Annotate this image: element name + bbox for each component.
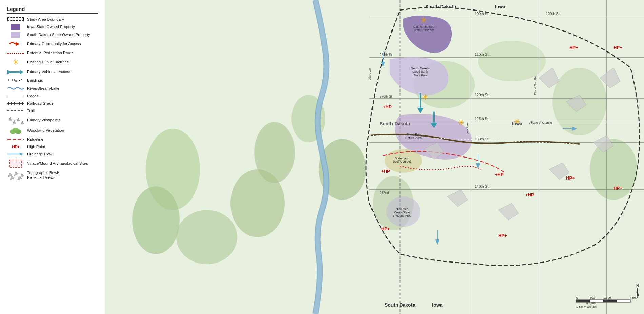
svg-text:Nine Mile: Nine Mile (396, 207, 408, 211)
legend-item-ped-route: Potential Pedestrian Route (7, 50, 98, 56)
svg-rect-6 (16, 80, 17, 82)
legend-panel: Legend Study Area Boundary Iowa State Ow… (0, 0, 105, 314)
buildings-symbol (7, 78, 24, 84)
legend-item-sd-property: South Dakota State Owned Property (7, 32, 98, 38)
svg-text:Blood Run: Blood Run (406, 133, 421, 136)
iowa-property-symbol (7, 24, 24, 30)
legend-item-woodland: Woodland Vegetation (7, 127, 98, 134)
svg-text:✳: ✳ (458, 118, 464, 127)
svg-text:110th St.: 110th St. (475, 52, 489, 56)
legend-item-river: River/Stream/Lake (7, 86, 98, 91)
svg-text:HP+: HP+ (569, 45, 578, 50)
svg-text:South Dakota: South Dakota (385, 302, 415, 308)
svg-text:130th St.: 130th St. (475, 137, 489, 141)
legend-item-topo: Topographic Bowl/Protected Views (7, 170, 98, 181)
svg-point-39 (230, 169, 285, 237)
study-boundary-label: Study Area Boundary (27, 17, 64, 22)
legend-item-drainage: Drainage Flow (7, 152, 98, 157)
legend-item-buildings: Buildings (7, 78, 98, 84)
svg-text:270th St.: 270th St. (380, 95, 393, 98)
woodland-symbol (7, 127, 24, 134)
railroad-label: Railroad Grade (27, 101, 54, 106)
svg-marker-31 (20, 174, 24, 178)
svg-text:Gitchie Manitou: Gitchie Manitou (413, 25, 435, 28)
svg-text:+HP: +HP (495, 172, 504, 177)
svg-text:Creek State: Creek State (394, 211, 410, 214)
trail-label: Trail (27, 108, 35, 113)
svg-rect-28 (9, 160, 22, 167)
svg-text:Village of Granite: Village of Granite (529, 121, 552, 124)
svg-text:Iowa: Iowa (495, 4, 505, 9)
svg-text:HP+: HP+ (381, 226, 390, 231)
svg-marker-21 (21, 121, 24, 124)
ridgeline-label: Ridgeline (27, 137, 43, 142)
svg-rect-128 (603, 300, 617, 302)
map-panel: 100th St. 100th St. 110th St. 120th St. … (105, 0, 644, 314)
drainage-symbol (7, 152, 24, 156)
legend-item-highpoint: HP+ High Point (7, 144, 98, 149)
village-symbol (7, 159, 24, 168)
svg-text:125th St.: 125th St. (475, 117, 489, 121)
svg-text:Iowa: Iowa (432, 302, 442, 308)
legend-item-viewpoints: Primary Viewpoints (7, 116, 98, 125)
svg-text:HP+: HP+ (613, 45, 622, 50)
facilities-symbol: ✳ (7, 58, 24, 67)
svg-text:Good Earth: Good Earth (412, 70, 428, 74)
roads-symbol (7, 94, 24, 98)
svg-marker-27 (20, 153, 24, 155)
svg-text:+HP: +HP (383, 104, 392, 109)
trail-symbol (7, 109, 24, 112)
legend-item-ridgeline: Ridgeline (7, 137, 98, 142)
svg-marker-18 (9, 117, 12, 120)
viewpoints-symbol (7, 116, 24, 125)
ped-route-symbol (7, 52, 24, 54)
primary-access-symbol (7, 40, 24, 48)
svg-marker-30 (14, 172, 18, 176)
ped-route-label: Potential Pedestrian Route (27, 50, 74, 56)
iowa-property-label: Iowa State Owned Property (27, 24, 75, 29)
svg-text:South Dakota: South Dakota (425, 4, 456, 9)
svg-marker-19 (13, 120, 16, 123)
study-boundary-symbol (7, 17, 24, 21)
svg-marker-3 (7, 70, 12, 74)
svg-text:Shooting Area: Shooting Area (393, 214, 412, 217)
legend-item-vehicular: Primary Vehicular Access (7, 69, 98, 75)
svg-text:+HP: +HP (525, 192, 534, 197)
drainage-label: Drainage Flow (27, 152, 52, 157)
legend-item-roads: Roads (7, 93, 98, 99)
svg-text:South Dakota: South Dakota (411, 67, 430, 70)
svg-text:State Park: State Park (413, 74, 428, 77)
woodland-label: Woodland Vegetation (27, 128, 64, 133)
topo-symbol (7, 170, 24, 180)
svg-text:Feet: Feet (630, 296, 637, 299)
svg-text:N: N (636, 284, 639, 288)
svg-marker-20 (17, 118, 20, 121)
svg-text:HP+: HP+ (566, 175, 575, 181)
legend-item-iowa-property: Iowa State Owned Property (7, 24, 98, 30)
svg-text:(Golf Course): (Golf Course) (393, 160, 411, 163)
svg-text:800: 800 (590, 296, 595, 299)
roads-label: Roads (27, 93, 38, 99)
svg-text:✳: ✳ (420, 16, 427, 25)
svg-point-37 (176, 210, 237, 264)
svg-point-36 (132, 186, 180, 254)
svg-rect-5 (12, 79, 14, 81)
svg-text:State Land: State Land (395, 156, 409, 160)
svg-point-7 (19, 80, 20, 81)
legend-item-railroad: Railroad Grade (7, 101, 98, 106)
legend-item-primary-access: Primary Opportunity for Access (7, 40, 98, 48)
legend-item-village: Village/Mound Archaeological Sites (7, 159, 98, 168)
topo-label: Topographic Bowl/Protected Views (27, 170, 59, 181)
svg-text:140th St.: 140th St. (475, 184, 489, 188)
svg-text:1,600: 1,600 (603, 296, 611, 299)
svg-point-24 (13, 128, 19, 132)
svg-point-8 (21, 79, 22, 80)
svg-text:269th St.: 269th St. (380, 53, 393, 57)
svg-text:+HP: +HP (381, 169, 390, 174)
svg-text:State Preserve: State Preserve (414, 28, 434, 32)
svg-marker-0 (16, 42, 20, 46)
svg-text:272nd: 272nd (380, 191, 389, 195)
legend-title: Legend (7, 6, 98, 14)
vehicular-label: Primary Vehicular Access (27, 69, 71, 75)
river-label: River/Stream/Lake (27, 86, 59, 91)
